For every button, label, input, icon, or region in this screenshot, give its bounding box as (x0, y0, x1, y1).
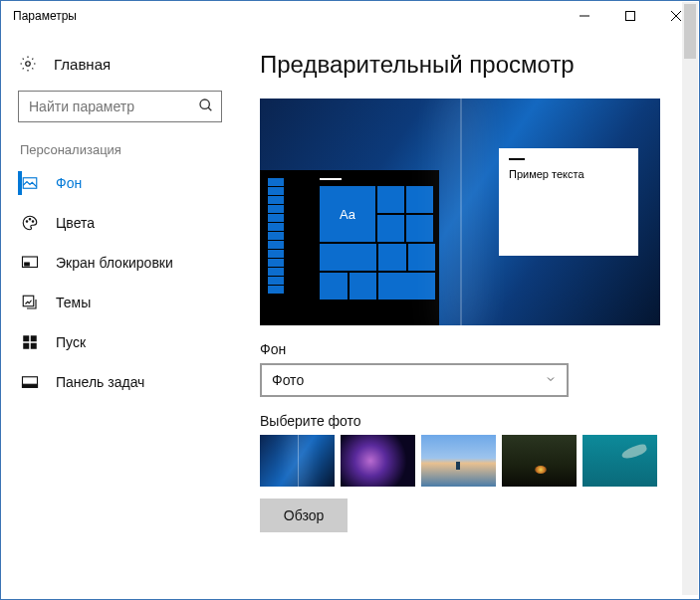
svg-point-4 (26, 62, 31, 67)
svg-point-9 (29, 219, 31, 221)
minimize-button[interactable] (562, 1, 607, 31)
sidebar-item-taskbar[interactable]: Панель задач (18, 362, 244, 402)
sidebar-item-label: Пуск (56, 334, 86, 350)
select-value: Фото (272, 372, 304, 388)
photo-thumb-4[interactable] (502, 435, 577, 487)
lock-screen-icon (20, 254, 40, 272)
sidebar-item-label: Панель задач (56, 374, 144, 390)
start-icon (20, 333, 40, 351)
taskbar-icon (20, 373, 40, 391)
sidebar-item-colors[interactable]: Цвета (18, 203, 244, 243)
scrollbar-thumb[interactable] (684, 4, 696, 59)
sidebar-item-label: Фон (56, 175, 82, 191)
gear-icon (18, 55, 38, 73)
svg-point-10 (32, 221, 34, 223)
svg-rect-16 (23, 343, 29, 349)
svg-rect-1 (626, 12, 635, 21)
preview-start-menu: Aa (320, 178, 435, 300)
preview-taskbar (268, 178, 284, 295)
home-nav[interactable]: Главная (18, 45, 244, 91)
search-icon (198, 98, 214, 117)
picture-icon (20, 174, 40, 192)
choose-photo-label: Выберите фото (260, 413, 677, 429)
svg-rect-15 (31, 335, 37, 341)
svg-rect-19 (23, 384, 38, 387)
photo-thumb-2[interactable] (341, 435, 415, 487)
home-label: Главная (54, 56, 111, 73)
sample-text: Пример текста (509, 168, 584, 180)
category-title: Персонализация (18, 142, 244, 157)
sidebar-item-label: Экран блокировки (56, 255, 173, 271)
maximize-button[interactable] (607, 1, 653, 31)
svg-rect-13 (23, 296, 34, 306)
titlebar: Параметры (1, 1, 699, 31)
photo-thumb-3[interactable] (421, 435, 496, 487)
sidebar-item-label: Темы (56, 295, 91, 310)
window-title: Параметры (13, 9, 77, 23)
svg-rect-17 (31, 343, 37, 349)
sidebar-item-lock-screen[interactable]: Экран блокировки (18, 243, 244, 283)
svg-point-8 (26, 221, 28, 223)
sidebar-item-themes[interactable]: Темы (18, 283, 244, 322)
sidebar-item-background[interactable]: Фон (18, 163, 244, 203)
preview-sample-window: Пример текста (499, 148, 638, 256)
sidebar: Главная Персонализация Фон Цвета Экран б… (1, 31, 250, 599)
browse-button[interactable]: Обзор (260, 499, 348, 532)
page-title: Предварительный просмотр (260, 51, 677, 79)
palette-icon (20, 214, 40, 232)
photo-thumb-1[interactable] (260, 435, 335, 487)
preview-tile-aa: Aa (320, 186, 375, 242)
photo-thumbnails (260, 435, 677, 487)
background-type-select[interactable]: Фото (260, 363, 569, 397)
main-content: Предварительный просмотр Aa Пример текст… (250, 31, 699, 599)
svg-rect-12 (25, 263, 30, 266)
photo-thumb-5[interactable] (583, 435, 657, 487)
sidebar-item-label: Цвета (56, 215, 95, 231)
svg-rect-14 (23, 335, 29, 341)
scrollbar[interactable] (682, 2, 698, 595)
search-input[interactable] (18, 91, 222, 122)
svg-line-6 (208, 107, 211, 110)
search-box[interactable] (18, 91, 222, 122)
themes-icon (20, 294, 40, 311)
svg-point-5 (200, 100, 209, 108)
chevron-down-icon (545, 372, 557, 388)
window-controls (562, 1, 699, 31)
sidebar-item-start[interactable]: Пуск (18, 322, 244, 362)
background-label: Фон (260, 341, 677, 357)
background-preview: Aa Пример текста (260, 99, 660, 325)
